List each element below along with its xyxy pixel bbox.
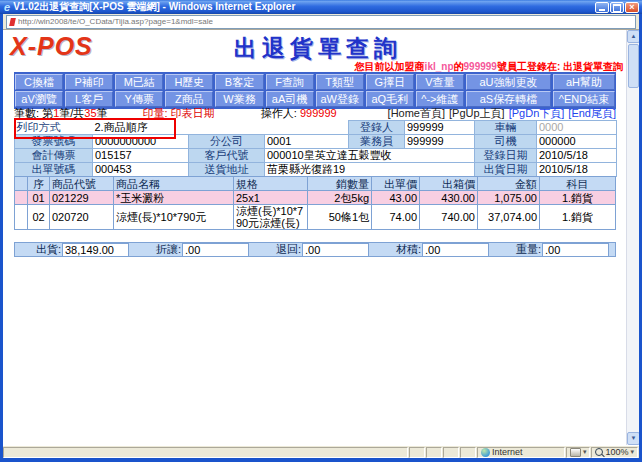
- item-name: 涼煙(長)*10*790元: [114, 205, 234, 230]
- toolbar-button-L客戶[interactable]: L客戶: [65, 91, 113, 107]
- scroll-down-button[interactable]: ▼: [627, 432, 639, 445]
- items-col-header: 序: [28, 177, 50, 191]
- scroll-up-button[interactable]: ▲: [627, 30, 639, 43]
- address-value[interactable]: 苗栗縣光復路19: [265, 163, 475, 177]
- toolbar-button-F查詢[interactable]: F查詢: [266, 74, 314, 90]
- registrant-label: 登錄人: [349, 121, 405, 135]
- toolbar-button-M已結[interactable]: M已結: [115, 74, 163, 90]
- toolbar-button-V查量[interactable]: V查量: [416, 74, 464, 90]
- toolbar-button-T類型[interactable]: T類型: [316, 74, 364, 90]
- toolbar-button-aW登錄[interactable]: aW登錄: [316, 91, 364, 107]
- voucher-no-label: 會計傳票: [15, 149, 93, 163]
- url-field[interactable]: http://win2008/te/O_CData/Tijia.asp?page…: [6, 15, 636, 29]
- items-col-header: 商品代號: [50, 177, 114, 191]
- item-qty: 50條1包: [308, 205, 372, 230]
- status-segment: [426, 447, 442, 458]
- toolbar-button-H歷史[interactable]: H歷史: [165, 74, 213, 90]
- print-mode-label: 列印方式: [15, 121, 93, 135]
- nav-hint-2[interactable]: [PgUp上頁]: [449, 107, 505, 120]
- url-text: http://win2008/te/O_CData/Tijia.asp?page…: [18, 17, 213, 26]
- scroll-thumb[interactable]: [628, 44, 639, 88]
- zoom-control[interactable]: 100% ▾: [591, 447, 638, 458]
- xpos-logo: X-POS: [10, 32, 93, 61]
- branch-label: 分公司: [189, 135, 265, 149]
- item-spec: 25x1: [234, 191, 308, 205]
- item-code: 021229: [50, 191, 114, 205]
- status-bar: Internet ▾ 100% ▾: [3, 445, 639, 458]
- voucher-no-value[interactable]: 015157: [93, 149, 189, 163]
- operator: 操作人: 999999: [261, 107, 388, 120]
- toolbar-button-B客定[interactable]: B客定: [215, 74, 263, 90]
- total-label: 材積:: [375, 243, 422, 256]
- item-seq: 02: [28, 205, 50, 230]
- toolbar-button-Y傳票[interactable]: Y傳票: [115, 91, 163, 107]
- item-box_price: 430.00: [420, 191, 478, 205]
- toolbar-button-aV瀏覽[interactable]: aV瀏覽: [15, 91, 63, 107]
- maximize-button[interactable]: [610, 2, 624, 13]
- nav-hint-3[interactable]: [PgDn下頁]: [509, 107, 565, 120]
- address-label: 送貨地址: [189, 163, 265, 177]
- toolbar-button-W業務[interactable]: W業務: [215, 91, 263, 107]
- branch-value[interactable]: 0001: [265, 135, 349, 149]
- login-mid: 的: [454, 61, 464, 72]
- total-group: 出貨:38,149.00: [15, 243, 135, 256]
- ship-date-value[interactable]: 2010/5/18: [537, 163, 617, 177]
- page-nav-hints: [Home首頁][PgUp上頁][PgDn下頁][End尾頁]: [388, 107, 616, 120]
- total-group: 材積:.00: [375, 243, 495, 256]
- window-controls: ×: [595, 2, 639, 13]
- toolbar-button-^END結束[interactable]: ^END結束: [553, 91, 615, 107]
- toolbar-button-Z商品[interactable]: Z商品: [165, 91, 213, 107]
- row-selector: [15, 205, 28, 230]
- toolbar-button-G擇日[interactable]: G擇日: [366, 74, 414, 90]
- register-date-value[interactable]: 2010/5/18: [537, 149, 617, 163]
- nav-hint-4[interactable]: [End尾頁]: [568, 107, 616, 120]
- registrant-value[interactable]: 999999: [405, 121, 475, 135]
- item-unit_price: 43.00: [372, 191, 420, 205]
- dropdown-caret-icon: ▾: [630, 448, 634, 456]
- total-group: 退回:.00: [255, 243, 375, 256]
- login-suffix: 號員工登錄在:: [497, 61, 563, 72]
- items-col-header: 科目: [540, 177, 616, 191]
- address-bar: http://win2008/te/O_CData/Tijia.asp?page…: [3, 14, 639, 30]
- toolbar-button-aS保存轉檔[interactable]: aS保存轉檔: [466, 91, 551, 107]
- toolbar-button-aU強制更改[interactable]: aU強制更改: [466, 74, 551, 90]
- total-value: 38,149.00: [62, 243, 129, 257]
- table-row[interactable]: 01021229*玉米澱粉25x12包5kg43.00430.001,075.0…: [15, 191, 616, 205]
- total-label: 折讓:: [135, 243, 182, 256]
- toolbar-button-P補印[interactable]: P補印: [65, 74, 113, 90]
- vertical-scrollbar[interactable]: ▲ ▼: [626, 30, 639, 445]
- salesman-value[interactable]: 999999: [405, 135, 475, 149]
- items-header-row: 序商品代號商品名稱規格銷數量出單價出箱價金額科目: [15, 177, 616, 191]
- toolbar-button-aQ毛利[interactable]: aQ毛利: [366, 91, 414, 107]
- toolbar-button-^->維護[interactable]: ^->維護: [416, 91, 464, 107]
- order-no-value[interactable]: 000453: [93, 163, 189, 177]
- toolbar-button-aH幫助[interactable]: aH幫助: [553, 74, 615, 90]
- item-seq: 01: [28, 191, 50, 205]
- close-button[interactable]: ×: [625, 2, 639, 13]
- minimize-button[interactable]: [595, 2, 609, 13]
- customer-value[interactable]: 000010皇英立達五穀豐收: [265, 149, 475, 163]
- total-label: 重量:: [495, 243, 542, 256]
- status-segment: [443, 447, 459, 458]
- item-amount: 37,074.00: [478, 205, 540, 230]
- protected-mode-icon: [570, 448, 581, 457]
- security-zone: Internet: [477, 447, 565, 458]
- item-code: 020720: [50, 205, 114, 230]
- print-mode-value[interactable]: 2.商品順序: [93, 121, 189, 135]
- invoice-no-value[interactable]: 0000000000: [93, 135, 189, 149]
- items-col-header: 商品名稱: [114, 177, 234, 191]
- window-titlebar[interactable]: e V1.02出退貨查詢[X-POS 雲端網] - Windows Intern…: [0, 0, 642, 14]
- total-value: .00: [302, 243, 369, 257]
- table-row[interactable]: 02020720涼煙(長)*10*790元涼煙(長)*10*790元涼煙(長)5…: [15, 205, 616, 230]
- items-col-header: 出箱價: [420, 177, 478, 191]
- vehicle-value[interactable]: 0000: [537, 121, 617, 135]
- toolbar-button-aA司機[interactable]: aA司機: [266, 91, 314, 107]
- magnifier-icon: [595, 448, 603, 456]
- items-col-header: 金額: [478, 177, 540, 191]
- nav-hint-1[interactable]: [Home首頁]: [388, 107, 445, 120]
- page-content: X-POS 出退貨單查詢 您目前以加盟商ikl_np的999999號員工登錄在:…: [3, 30, 639, 445]
- driver-value[interactable]: 000000: [537, 135, 617, 149]
- protected-mode-indicator[interactable]: ▾: [566, 447, 591, 458]
- toolbar-button-C換檔[interactable]: C換檔: [15, 74, 63, 90]
- item-amount: 1,075.00: [478, 191, 540, 205]
